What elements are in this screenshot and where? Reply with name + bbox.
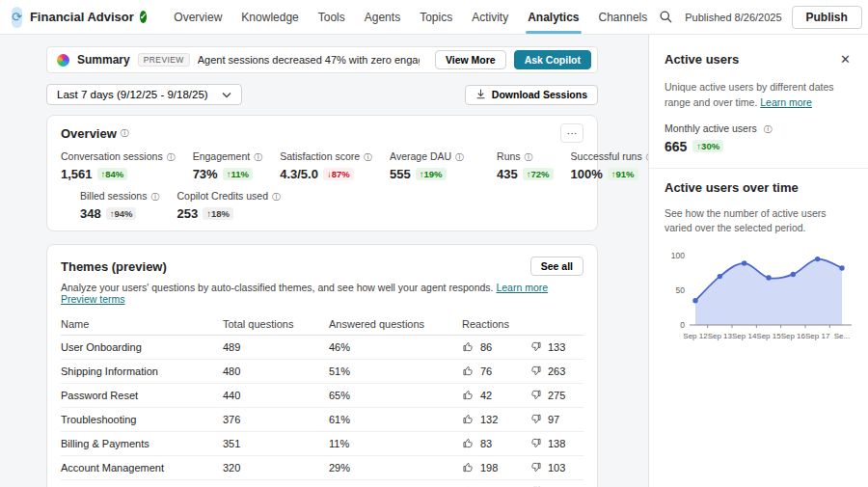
- metric-runs: Runsⓘ 435 ↑72%: [497, 150, 553, 181]
- monthly-active-users-label-text: Monthly active users: [665, 122, 757, 134]
- table-row[interactable]: Troubleshooting 376 61% 132: [61, 408, 583, 432]
- tab-topics[interactable]: Topics: [410, 0, 462, 35]
- thumbs-up-icon: [462, 461, 475, 475]
- tab-activity[interactable]: Activity: [462, 0, 518, 35]
- thumbs-down-count: 138: [548, 438, 565, 449]
- top-bar: ⟳ Financial Advisor ✓ OverviewKnowledgeT…: [0, 0, 868, 35]
- column-header-reactions[interactable]: Reactions: [462, 318, 583, 330]
- table-row[interactable]: User Onboarding 489 46% 86: [61, 336, 583, 360]
- app-name: Financial Advisor: [30, 10, 134, 24]
- theme-total-questions: 480: [223, 365, 329, 377]
- thumbs-up-icon: [462, 365, 475, 379]
- overview-title: Overview: [61, 126, 117, 141]
- svg-text:Sep 17: Sep 17: [805, 332, 830, 340]
- theme-name: User Onboarding: [61, 341, 223, 353]
- publish-button[interactable]: Publish: [792, 6, 862, 29]
- tab-knowledge[interactable]: Knowledge: [231, 0, 308, 35]
- column-header-name[interactable]: Name: [61, 318, 223, 330]
- thumbs-up-count: 86: [480, 341, 492, 353]
- thumbs-down-icon: [529, 340, 542, 355]
- metric-satisfaction-score: Satisfaction scoreⓘ 4.3/5.0 ↓87%: [280, 150, 372, 181]
- themes-description: Analyze your users' questions by auto-cl…: [61, 282, 583, 305]
- column-header-total[interactable]: Total questions: [223, 318, 329, 330]
- thumbs-up-count: 132: [480, 414, 498, 425]
- theme-total-questions: 489: [223, 341, 329, 353]
- theme-answered-questions: 46%: [329, 341, 462, 353]
- learn-more-link[interactable]: Learn more: [496, 282, 548, 293]
- see-all-button[interactable]: See all: [530, 257, 583, 276]
- thumbs-up-count: 198: [480, 462, 498, 473]
- app-logo-icon: ⟳: [12, 7, 22, 28]
- metric-label: Successful runs: [571, 150, 642, 162]
- thumbs-up-icon: [462, 340, 475, 355]
- thumbs-down-icon: [529, 461, 542, 475]
- theme-name: Account Management: [61, 462, 223, 473]
- table-row[interactable]: Shipping Information 480 51% 76: [61, 360, 583, 384]
- theme-answered-questions: 11%: [329, 438, 462, 449]
- download-sessions-label: Download Sessions: [492, 89, 587, 100]
- overview-metrics-row2: Billed sessionsⓘ 348 ↑94% Copilot Credit…: [80, 190, 583, 221]
- overview-more-icon[interactable]: ···: [560, 123, 583, 143]
- metric-delta-badge: ↓87%: [323, 168, 354, 180]
- thumbs-up-count: 42: [480, 390, 492, 401]
- table-row[interactable]: Subscription Management 317 6% 74: [61, 480, 583, 487]
- thumbs-down-count: 103: [548, 462, 565, 473]
- published-date: Published 8/26/2025: [685, 12, 781, 23]
- tab-overview[interactable]: Overview: [164, 0, 231, 35]
- chevron-down-icon: [222, 89, 231, 100]
- tab-channels[interactable]: Channels: [589, 0, 658, 35]
- metric-value: 253: [176, 206, 198, 221]
- column-header-answered[interactable]: Answered questions: [329, 318, 462, 330]
- ask-copilot-button[interactable]: Ask Copilot: [514, 50, 591, 69]
- active-users-chart: 050100Sep 12Sep 13Sep 14Sep 15Sep 16Sep …: [665, 246, 853, 358]
- metric-value: 4.3/5.0: [280, 167, 318, 181]
- download-sessions-button[interactable]: Download Sessions: [465, 85, 598, 105]
- metric-value: 100%: [571, 167, 603, 181]
- tab-agents[interactable]: Agents: [355, 0, 410, 35]
- date-range-dropdown[interactable]: Last 7 days (9/12/25 - 9/18/25): [46, 84, 242, 105]
- theme-total-questions: 440: [223, 390, 329, 401]
- verified-badge-icon: ✓: [140, 11, 148, 23]
- thumbs-up-icon: [462, 389, 475, 403]
- thumbs-down-icon: [529, 413, 542, 427]
- info-icon: ⓘ: [272, 192, 281, 202]
- table-row[interactable]: Account Management 320 29% 198: [61, 456, 583, 480]
- metric-delta-badge: ↑91%: [608, 168, 638, 180]
- summary-text: Agent sessions decreased 47% with zero e…: [198, 54, 420, 66]
- preview-terms-link[interactable]: Preview terms: [61, 293, 125, 305]
- view-more-button[interactable]: View More: [435, 50, 506, 69]
- thumbs-down-count: 263: [548, 365, 565, 377]
- metric-label: Conversation sessions: [61, 150, 163, 162]
- monthly-active-users-value: 665: [665, 139, 687, 154]
- active-users-panel: Active users ✕ Unique active users by di…: [648, 35, 868, 487]
- info-icon: ⓘ: [764, 124, 773, 134]
- theme-answered-questions: 51%: [329, 365, 462, 377]
- metric-delta-badge: ↑19%: [416, 168, 447, 180]
- date-range-value: Last 7 days (9/12/25 - 9/18/25): [57, 89, 208, 100]
- search-icon[interactable]: [657, 8, 675, 26]
- info-icon: ⓘ: [121, 127, 129, 140]
- info-icon: ⓘ: [455, 152, 464, 162]
- table-row[interactable]: Billing & Payments 351 11% 83: [61, 432, 583, 456]
- thumbs-down-count: 97: [548, 414, 559, 425]
- monthly-active-users-delta-badge: ↑30%: [692, 140, 723, 152]
- metric-value: 555: [390, 167, 411, 181]
- info-icon: ⓘ: [254, 152, 262, 162]
- chart-description: See how the number of active users varie…: [665, 206, 853, 237]
- metric-delta-badge: ↑84%: [97, 168, 128, 180]
- metric-value: 73%: [193, 167, 218, 181]
- metric-label: Copilot Credits used: [176, 190, 268, 202]
- thumbs-up-icon: [462, 413, 475, 427]
- preview-badge: PREVIEW: [138, 53, 190, 67]
- thumbs-down-icon: [529, 437, 542, 451]
- chart-title: Active users over time: [665, 180, 853, 195]
- info-icon: ⓘ: [364, 152, 372, 162]
- metric-label: Satisfaction score: [280, 150, 360, 162]
- learn-more-link[interactable]: Learn more: [760, 96, 812, 108]
- svg-text:Sep 12: Sep 12: [683, 332, 708, 340]
- close-icon[interactable]: ✕: [838, 50, 853, 68]
- tab-tools[interactable]: Tools: [309, 0, 355, 35]
- tab-analytics[interactable]: Analytics: [518, 0, 588, 35]
- table-row[interactable]: Password Reset 440 65% 42: [61, 384, 583, 408]
- theme-name: Shipping Information: [61, 365, 223, 377]
